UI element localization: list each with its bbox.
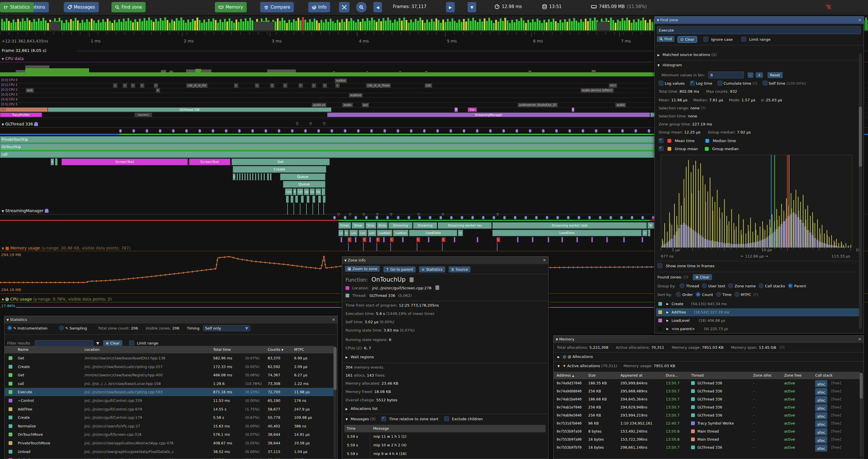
cpu-zone-chip[interactable]: audio.se (312, 103, 326, 107)
frame-bar[interactable] (631, 23, 632, 30)
statistics-titlebar[interactable]: ▼ Statistics ✕ (4, 316, 338, 324)
frame-bar[interactable] (523, 21, 525, 30)
frame-bar[interactable] (463, 19, 465, 30)
frame-bar[interactable] (22, 19, 24, 30)
alloc-callstack-button[interactable]: alloc (815, 388, 827, 395)
cpu-zone-chip[interactable]: c (123, 84, 127, 88)
zone-bar[interactable]: Streaming worker task (492, 222, 647, 229)
frame-bar[interactable] (619, 21, 621, 30)
frame-bar[interactable] (546, 22, 548, 30)
frame-bar[interactable] (293, 19, 295, 30)
frame-bar[interactable] (633, 20, 635, 30)
zone-bar[interactable]: C (416, 237, 420, 242)
zone-bar[interactable]: Create (232, 166, 326, 173)
frame-bar[interactable] (647, 23, 649, 30)
frame-bar[interactable] (208, 19, 210, 30)
frame-bar[interactable] (45, 21, 46, 30)
frame-bar[interactable] (536, 19, 538, 30)
frame-bar[interactable] (564, 19, 566, 30)
frame-bar[interactable] (118, 19, 120, 30)
frame-bar[interactable] (592, 21, 593, 30)
frame-bar[interactable] (429, 22, 430, 30)
zone-bar[interactable]: Strea (377, 222, 388, 229)
zone-bar[interactable]: LoU (349, 230, 358, 236)
find-zone-histogram[interactable] (661, 155, 852, 248)
frame-bar[interactable] (162, 21, 164, 30)
frame-bar[interactable] (465, 22, 467, 30)
cpu-zone-chip[interactable]: audioserver (AudioOut_D) (518, 103, 558, 107)
frame-bar[interactable] (406, 20, 407, 30)
message-marker-icon[interactable]: ▽ (376, 212, 378, 217)
cpu-zone-chip[interactable]: audio (342, 103, 353, 107)
frame-bar[interactable] (68, 22, 69, 30)
find-zone-scrollbar[interactable] (859, 106, 862, 167)
frame-bar[interactable] (204, 20, 205, 30)
frame-bar[interactable] (530, 22, 531, 30)
streaming-header[interactable]: ▼ StreamingManager (2, 208, 49, 213)
frame-bar[interactable] (585, 19, 587, 30)
frame-bar[interactable] (458, 20, 460, 30)
frame-bar[interactable] (245, 19, 246, 30)
allocation-row[interactable]: 0x7553b9fbf016 bytes296,661,146ns13:50.7… (554, 444, 860, 452)
message-row[interactable]: 5.59 smip 11 w 1 h 1 (1) (345, 432, 546, 441)
zone-bar[interactable]: C (363, 237, 367, 242)
frame-bar[interactable] (482, 22, 483, 30)
zone-bar[interactable]: C (390, 237, 394, 242)
frame-bar[interactable] (408, 23, 410, 30)
frame-bar[interactable] (412, 22, 414, 30)
frame-bar[interactable] (474, 21, 476, 30)
cpu-zone-chip[interactable]: cds_ol_rx_thr (186, 84, 207, 88)
frame-bar[interactable] (410, 20, 412, 30)
source-button[interactable]: ≣Source (448, 266, 470, 272)
frame-bar[interactable] (63, 23, 65, 30)
time-relative-checkbox[interactable] (381, 416, 386, 421)
cpu-zone-chip[interactable]: audiose (349, 93, 363, 97)
zone-bar[interactable]: TracyProfiler (0, 112, 42, 117)
memory-usage-header[interactable]: ▼ ▦ Memory usage (y-range: 30.88 KB, vis… (2, 246, 130, 250)
frame-bar[interactable] (40, 21, 42, 30)
frame-bar[interactable] (507, 21, 508, 30)
message-marker-icon[interactable]: ▽ (349, 212, 351, 217)
message-row[interactable]: 5.59 smip 9 w 4 h 4 (16) (345, 450, 546, 458)
zone-bar[interactable]: Get (231, 159, 330, 165)
frame-bar[interactable] (378, 19, 380, 30)
cpu-data-header[interactable]: ▼ CPU data (2, 56, 24, 61)
cpu-zone-chip[interactable]: c (131, 84, 135, 88)
frame-bar[interactable] (479, 19, 481, 30)
frame-bar[interactable] (180, 18, 182, 30)
frame-bar[interactable] (323, 22, 324, 30)
frame-bar[interactable] (555, 21, 557, 30)
limit-range-checkbox[interactable] (129, 340, 134, 345)
frame-bar[interactable] (583, 22, 584, 30)
frame-bar[interactable] (130, 21, 131, 30)
allocation-row[interactable]: 0x74ab1ef040256 KB294,629,948ns13:50.7GL… (554, 403, 860, 412)
cpu-zone-chip[interactable]: k (156, 89, 160, 92)
frame-bar[interactable] (488, 18, 490, 30)
decrement-button[interactable]: - (748, 72, 754, 78)
frame-bar[interactable] (137, 22, 138, 30)
frame-bar[interactable] (238, 22, 240, 30)
cpu-zone-chip[interactable]: c (154, 84, 158, 88)
frame-bar[interactable] (330, 19, 332, 30)
frame-bar[interactable] (107, 19, 108, 30)
frame-bar[interactable] (286, 23, 288, 30)
zone-bar[interactable]: Strea (365, 222, 376, 229)
cpu-zone-chip[interactable]: audio.service (effect) (581, 89, 614, 92)
frame-bar[interactable] (201, 23, 203, 30)
frame-bar[interactable] (169, 23, 170, 30)
cpu-zone-chip[interactable]: c (234, 84, 238, 88)
cpu-zone-chip[interactable]: c (312, 84, 316, 88)
option-radio-time[interactable] (716, 292, 721, 297)
zone-bar[interactable]: Streaming (388, 222, 412, 229)
frame-bar[interactable] (171, 20, 173, 30)
message-marker-icon[interactable]: ▽ (337, 212, 340, 217)
allocation-row[interactable]: 0x7531d7b04096 KB1:10 234,952,16112:40.7… (554, 419, 860, 427)
frame-bar[interactable] (486, 21, 488, 30)
frame-bar[interactable] (553, 19, 554, 30)
frame-bar[interactable] (390, 20, 391, 30)
cpu-zone-chip[interactable]: c (283, 84, 287, 88)
message-marker-icon[interactable]: ▽ (441, 212, 444, 217)
frame-bar[interactable] (305, 20, 306, 30)
alloc-callstack-button[interactable]: alloc (815, 404, 827, 412)
frame-bar[interactable] (521, 18, 522, 30)
